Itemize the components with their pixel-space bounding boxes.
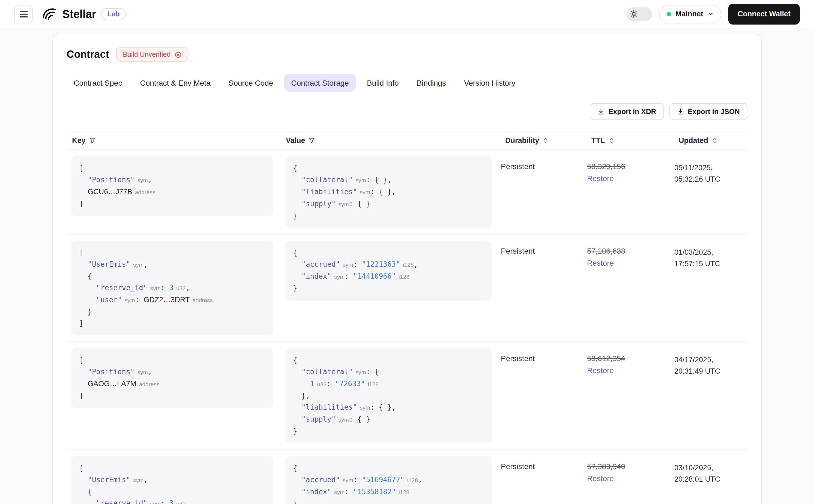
tab-contract-storage[interactable]: Contract Storage — [284, 74, 356, 92]
filter-icon — [309, 137, 316, 144]
code-token: sym — [133, 477, 144, 483]
column-header-ttl[interactable]: TTL — [586, 131, 673, 149]
tab-version-history[interactable]: Version History — [457, 74, 522, 92]
restore-link[interactable]: Restore — [587, 366, 614, 375]
updated-line: 04/17/2025, — [674, 354, 747, 365]
ttl-value: 58,612,354 — [587, 354, 673, 363]
code-token: { — [293, 164, 297, 172]
restore-link[interactable]: Restore — [587, 174, 614, 183]
code-line: "liabilities"sym: { }, — [293, 401, 484, 413]
code-token: }, — [293, 392, 310, 400]
tab-bindings[interactable]: Bindings — [410, 74, 453, 92]
code-token — [293, 188, 301, 196]
code-token — [79, 380, 88, 388]
column-header-durability[interactable]: Durability — [500, 131, 586, 149]
key-code-box: [ "UserEmis"sym, { "reserve_id"sym: 3u32… — [71, 241, 273, 335]
value-cell: { "collateral"sym: { }, "liabilities"sym… — [280, 156, 500, 228]
code-token — [293, 380, 310, 388]
code-token: "UserEmis" — [88, 476, 130, 484]
code-line: "collateral"sym: { }, — [293, 174, 484, 186]
code-token: sym — [339, 416, 349, 423]
code-token: "reserve_id" — [96, 499, 148, 504]
code-token: "72633" — [335, 380, 365, 388]
chevron-down-icon — [708, 11, 714, 17]
code-token: sym — [150, 285, 161, 291]
code-token — [293, 488, 301, 496]
code-token: i128 — [407, 477, 418, 483]
value-cell: { "accrued"sym: "1221363"i128, "index"sy… — [280, 241, 500, 301]
code-token: sym — [360, 404, 370, 411]
code-token: : — [353, 260, 362, 268]
code-line: { — [79, 486, 265, 497]
code-token: [ — [79, 164, 83, 172]
code-line: { — [79, 271, 265, 282]
navbar-left: Stellar Lab — [14, 5, 126, 23]
page-title: Contract — [67, 49, 109, 61]
code-token: i128 — [368, 381, 379, 387]
address-link[interactable]: GAOG…LA7M — [88, 380, 136, 388]
export-in-xdr-button[interactable]: Export in XDR — [590, 103, 664, 120]
code-token: "user" — [96, 296, 122, 304]
code-token — [293, 176, 301, 184]
code-token: "51694677" — [362, 476, 405, 484]
code-token: i128 — [399, 273, 409, 280]
address-link[interactable]: GDZ2…3DRT — [143, 296, 190, 304]
filter-icon — [89, 137, 96, 144]
column-header-label: Value — [286, 136, 305, 145]
updated-line: 17:57:15 UTC — [674, 258, 747, 269]
column-header-key[interactable]: Key — [67, 131, 280, 149]
code-line: GAOG…LA7Maddress — [79, 378, 265, 390]
code-line: { — [293, 247, 484, 259]
code-token: sym — [334, 273, 345, 280]
code-token: , — [143, 476, 148, 484]
export-in-json-button[interactable]: Export in JSON — [669, 103, 747, 120]
updated-line: 01/03/2025, — [674, 247, 747, 258]
code-token: : { — [366, 368, 379, 376]
menu-button[interactable] — [14, 5, 33, 23]
code-token: address — [135, 189, 155, 195]
code-token: , — [186, 284, 190, 292]
updated-line: 20:28:01 UTC — [674, 473, 747, 485]
table-row: [ "UserEmis"sym, { "reserve_id"sym: 3u32… — [67, 235, 747, 342]
code-line: { — [293, 163, 484, 174]
circle-x-icon[interactable] — [174, 51, 181, 58]
code-token: { — [293, 249, 297, 257]
code-token: "accrued" — [301, 476, 340, 484]
network-select[interactable]: Mainnet — [659, 5, 721, 23]
tab-contract-env-meta[interactable]: Contract & Env Meta — [133, 74, 217, 92]
value-cell: { "collateral"sym: { 1u32: "72633"i128 }… — [280, 348, 500, 443]
page: Stellar Lab Mainnet — [0, 0, 814, 504]
code-token: u32 — [176, 285, 186, 291]
theme-toggle[interactable] — [626, 7, 652, 21]
tab-source-code[interactable]: Source Code — [222, 74, 280, 92]
column-header-updated[interactable]: Updated — [673, 131, 747, 149]
code-token: ] — [79, 319, 83, 327]
code-token: } — [293, 212, 297, 220]
key-cell: [ "Positions"sym, GCU6…J77Baddress] — [67, 156, 280, 216]
key-code-box: [ "Positions"sym, GCU6…J77Baddress] — [71, 156, 273, 216]
code-line: [ — [79, 247, 265, 259]
code-token: : — [161, 499, 169, 504]
code-line: } — [293, 498, 484, 504]
column-header-label: Updated — [679, 136, 708, 145]
navbar: Stellar Lab Mainnet — [0, 0, 814, 28]
code-token: : — [135, 296, 143, 304]
code-token: : { }, — [366, 176, 392, 184]
brand: Stellar Lab — [41, 6, 126, 22]
column-header-value[interactable]: Value — [280, 131, 500, 149]
code-token: sym — [137, 177, 148, 183]
address-link[interactable]: GCU6…J77B — [88, 188, 132, 196]
code-token — [293, 200, 301, 208]
restore-link[interactable]: Restore — [587, 259, 614, 267]
tab-build-info[interactable]: Build Info — [360, 74, 406, 92]
code-token: sym — [339, 201, 349, 207]
updated-line: 05:32:26 UTC — [674, 173, 747, 185]
code-token: address — [139, 381, 160, 387]
tabs: Contract SpecContract & Env MetaSource C… — [67, 74, 747, 92]
code-token: sym — [360, 189, 370, 195]
connect-wallet-button[interactable]: Connect Wallet — [728, 4, 800, 24]
tab-contract-spec[interactable]: Contract Spec — [67, 74, 129, 92]
code-line: 1u32: "72633"i128 — [293, 378, 484, 390]
restore-link[interactable]: Restore — [587, 474, 614, 483]
table-body: [ "Positions"sym, GCU6…J77Baddress]{ "co… — [67, 150, 747, 504]
